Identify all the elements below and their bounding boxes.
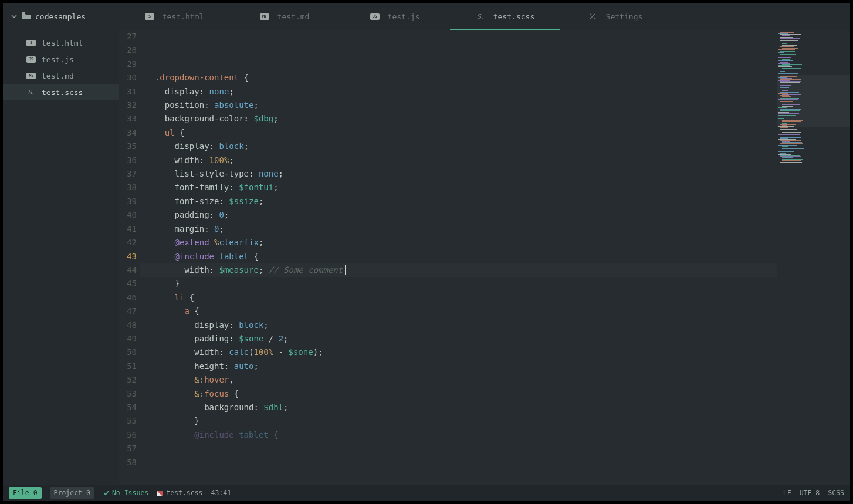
line-number[interactable]: 41 xyxy=(119,222,140,236)
html-icon: 5 xyxy=(145,12,154,21)
tab-label: Settings xyxy=(606,12,643,21)
code-line-34[interactable]: width: 100%; xyxy=(140,154,777,167)
file-type-square-icon xyxy=(157,490,163,496)
code-line-29[interactable]: position: absolute; xyxy=(140,99,777,112)
line-number[interactable]: 51 xyxy=(119,360,140,373)
line-number[interactable]: 52 xyxy=(119,373,140,387)
line-number[interactable]: 42 xyxy=(119,236,140,249)
code-line-30[interactable]: background-color: $dbg; xyxy=(140,112,777,126)
code-line-54[interactable]: &:focus { xyxy=(140,387,777,401)
line-number[interactable]: 47 xyxy=(119,305,140,318)
folder-icon xyxy=(22,12,31,21)
code-line-39[interactable]: margin: 0; xyxy=(140,222,777,236)
sidebar-file-tree: 5test.htmlJStest.jsM↓test.mdS.test.scss xyxy=(3,30,119,485)
code-line-27[interactable]: .dropdown-content { xyxy=(140,71,777,84)
minimap[interactable] xyxy=(777,30,850,485)
tab-Settings[interactable]: Settings xyxy=(560,3,671,30)
line-number[interactable]: 57 xyxy=(119,442,140,455)
code-line-35[interactable]: list-style-type: none; xyxy=(140,167,777,181)
code-line-58[interactable]: @include tablet { xyxy=(140,428,777,442)
line-number[interactable]: 45 xyxy=(119,277,140,290)
code-line-33[interactable]: display: block; xyxy=(140,140,777,153)
file-test-html[interactable]: 5test.html xyxy=(3,35,119,51)
text-cursor xyxy=(345,265,346,275)
line-number[interactable]: 30 xyxy=(119,71,140,84)
line-number[interactable]: 53 xyxy=(119,387,140,401)
scss-icon: S. xyxy=(26,89,36,96)
line-number[interactable]: 40 xyxy=(119,208,140,222)
line-number[interactable]: 37 xyxy=(119,167,140,181)
line-number[interactable]: 55 xyxy=(119,414,140,428)
file-test-js[interactable]: JStest.js xyxy=(3,51,119,67)
tab-test-scss[interactable]: S.test.scss xyxy=(450,3,560,30)
line-number[interactable]: 54 xyxy=(119,401,140,414)
line-number[interactable]: 58 xyxy=(119,456,140,469)
line-number[interactable]: 33 xyxy=(119,112,140,126)
tab-label: test.html xyxy=(163,12,204,21)
line-number[interactable]: 56 xyxy=(119,428,140,442)
code-line-56[interactable]: } xyxy=(140,414,777,428)
line-number[interactable]: 32 xyxy=(119,99,140,112)
encoding[interactable]: UTF-8 xyxy=(800,489,820,497)
code-line-48[interactable]: display: block; xyxy=(140,319,777,332)
file-label: test.md xyxy=(42,72,74,80)
line-number[interactable]: 36 xyxy=(119,154,140,167)
line-number[interactable]: 46 xyxy=(119,291,140,305)
code-line-55[interactable]: background: $dhl; xyxy=(140,401,777,414)
code-line-32[interactable]: ul { xyxy=(140,126,777,140)
code-line-42[interactable]: @include tablet { xyxy=(140,250,777,263)
editor[interactable]: 2728293031323334353637383940414243444546… xyxy=(119,30,850,485)
scss-icon: S. xyxy=(476,12,485,21)
file-label: test.scss xyxy=(42,88,83,97)
file-test-scss[interactable]: S.test.scss xyxy=(3,84,119,100)
status-file-segment[interactable]: test.scss xyxy=(157,489,202,497)
project-badge-count: 0 xyxy=(86,489,90,497)
project-header[interactable]: codesamples xyxy=(3,3,119,30)
code-line-50[interactable]: width: calc(100% - $sone); xyxy=(140,346,777,359)
tab-test-js[interactable]: JStest.js xyxy=(340,3,450,30)
tab-test-html[interactable]: 5test.html xyxy=(119,3,229,30)
line-number[interactable]: 35 xyxy=(119,140,140,153)
tab-test-md[interactable]: M↓test.md xyxy=(229,3,340,30)
project-issues-badge[interactable]: Project 0 xyxy=(50,487,94,499)
code-line-43[interactable]: width: $measure; // Some comment xyxy=(140,263,777,277)
md-icon: M↓ xyxy=(26,73,36,79)
line-number[interactable]: 48 xyxy=(119,319,140,332)
line-number[interactable]: 28 xyxy=(119,43,140,57)
line-number[interactable]: 49 xyxy=(119,332,140,346)
code-line-51[interactable]: height: auto; xyxy=(140,360,777,373)
code-line-37[interactable]: font-size: $ssize; xyxy=(140,195,777,208)
line-number[interactable]: 31 xyxy=(119,85,140,99)
code-line-47[interactable]: a { xyxy=(140,305,777,318)
code-line-46[interactable]: li { xyxy=(140,291,777,305)
js-icon: JS xyxy=(370,12,380,21)
code-line-49[interactable]: padding: $sone / 2; xyxy=(140,332,777,346)
code-area[interactable]: .dropdown-content { display: none; posit… xyxy=(140,30,777,485)
cursor-position[interactable]: 43:41 xyxy=(211,489,232,497)
code-line-44[interactable]: } xyxy=(140,277,777,290)
code-line-53[interactable]: &:hover, xyxy=(140,373,777,387)
line-number[interactable]: 34 xyxy=(119,126,140,140)
minimap-line xyxy=(782,117,793,117)
line-number[interactable]: 39 xyxy=(119,195,140,208)
top-bar: codesamples 5test.htmlM↓test.mdJStest.js… xyxy=(3,3,850,30)
tab-label: test.scss xyxy=(493,12,534,21)
line-number[interactable]: 38 xyxy=(119,181,140,194)
line-ending[interactable]: LF xyxy=(783,489,791,497)
line-number[interactable]: 27 xyxy=(119,30,140,43)
file-test-md[interactable]: M↓test.md xyxy=(3,67,119,84)
code-line-36[interactable]: font-family: $fontui; xyxy=(140,181,777,194)
line-number[interactable]: 29 xyxy=(119,57,140,71)
file-issues-badge[interactable]: File 0 xyxy=(9,487,42,499)
line-number[interactable]: 50 xyxy=(119,346,140,359)
chevron-down-icon xyxy=(11,12,17,21)
no-issues-indicator[interactable]: No Issues xyxy=(103,489,148,497)
language-mode[interactable]: SCSS xyxy=(828,489,844,497)
code-line-38[interactable]: padding: 0; xyxy=(140,208,777,222)
line-number[interactable]: 44 xyxy=(119,263,140,277)
app-root: codesamples 5test.htmlM↓test.mdJStest.js… xyxy=(3,3,850,501)
file-badge-count: 0 xyxy=(33,489,38,497)
line-number[interactable]: 43 xyxy=(119,250,140,263)
code-line-28[interactable]: display: none; xyxy=(140,85,777,99)
code-line-40[interactable]: @extend %clearfix; xyxy=(140,236,777,249)
